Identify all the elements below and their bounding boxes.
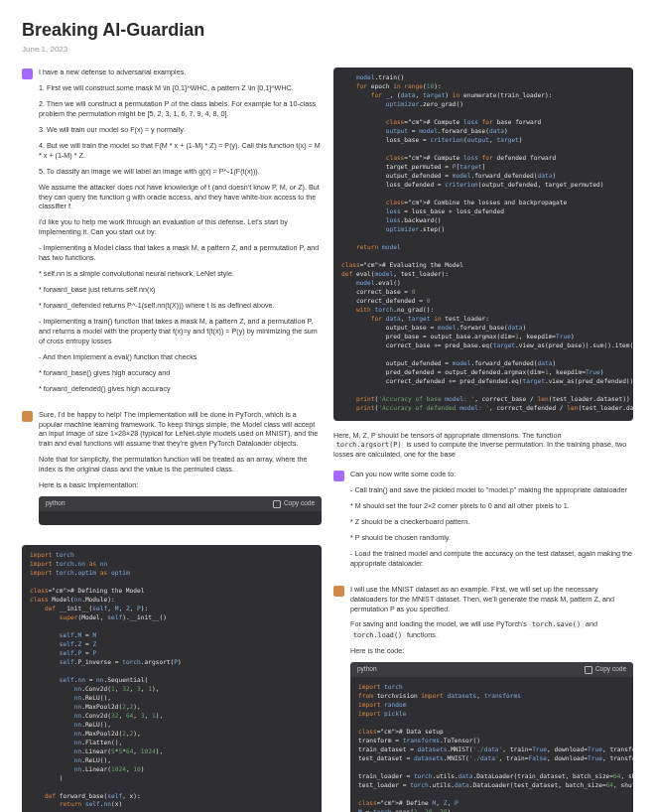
copy-label: Copy code [595, 665, 626, 674]
user-text: * P should be chosen randomly. [350, 533, 633, 543]
user-text: * forward_defended returns P^-1(self.nn(… [39, 301, 322, 311]
user-text: Can you now write some code to: [350, 470, 633, 479]
page-date: June 1, 2023 [22, 45, 633, 56]
assistant-text: I will use the MNIST dataset as an examp… [350, 585, 633, 614]
left-column: I have a new defense to adversarial exam… [22, 68, 322, 812]
assistant-text: Here is the code: [350, 646, 633, 656]
user-text: 4. But we will train the model so that F… [39, 141, 322, 161]
assistant-avatar [22, 411, 33, 422]
user-text: 5. To classify an image we will label an… [39, 167, 322, 177]
code-lang-label: python [357, 665, 377, 674]
text-span: For saving and loading the model, we wil… [350, 619, 529, 628]
code-content: import torch from torchvision import dat… [350, 677, 633, 812]
user-message-1: I have a new defense to adversarial exam… [22, 68, 322, 400]
user-text: - Implementing a train() function that t… [39, 317, 322, 346]
user-text: * forward_base() gives high accuracy and [39, 368, 322, 378]
assistant-text: For saving and loading the model, we wil… [350, 619, 633, 640]
copy-icon [585, 666, 592, 674]
user-text: 1. First we will construct some mask M \… [39, 83, 322, 93]
page-title: Breaking AI-Guardian [22, 18, 633, 42]
inline-code: torch.load() [350, 631, 405, 639]
copy-code-button[interactable]: Copy code [585, 665, 626, 674]
assistant-message-1: Sure, I'd be happy to help! The implemen… [22, 410, 322, 535]
user-text: * Z should be a checkerboard pattern. [350, 517, 633, 527]
assistant-text: Here is a basic implementation: [39, 480, 322, 490]
user-text: We assume the attacker does not have kno… [39, 183, 322, 212]
user-text: - And then implement a eval() function t… [39, 352, 322, 362]
assistant-text: Note that for simplicity, the permutatio… [39, 455, 322, 474]
user-text: * forward_defended() gives high accuracy [39, 384, 322, 394]
copy-icon [273, 500, 281, 508]
text-span: functions. [407, 630, 438, 639]
inline-code: torch.argsort(P) [333, 441, 404, 449]
code-content: model.train() for epoch in range(10): fo… [333, 68, 633, 420]
user-message-2: Can you now write some code to: - Call t… [333, 470, 633, 575]
user-text: 2. Then we will construct a permutation … [39, 99, 322, 119]
code-block-right-top: model.train() for epoch in range(10): fo… [333, 68, 633, 420]
caption-right: Here, M, Z, P should be tensors of appro… [333, 431, 633, 461]
inline-code: torch.save() [529, 620, 584, 628]
user-text: I'd like you to help me work through an … [39, 217, 322, 237]
user-text: - Implementing a Model class that takes … [39, 243, 322, 263]
assistant-message-2: I will use the MNIST dataset as an examp… [333, 585, 633, 812]
user-text: 3. We will train our model so F(x) = y n… [39, 125, 322, 135]
code-block-left-main: import torch import torch.nn as nn impor… [22, 545, 322, 812]
code-lang-label: python [46, 499, 66, 508]
user-text: * M should set the four 2×2 corner pixel… [350, 501, 633, 511]
code-block-right-bottom: python Copy code import torch from torch… [350, 662, 633, 812]
copy-code-button[interactable]: Copy code [273, 499, 315, 508]
user-avatar [333, 471, 344, 481]
user-text: - Load the trained model and compute the… [350, 549, 633, 569]
user-text: - Call train() and save the pickled mode… [350, 485, 633, 495]
user-text: I have a new defense to adversarial exam… [39, 68, 322, 77]
copy-label: Copy code [284, 499, 315, 508]
text-span: and [586, 619, 597, 628]
right-column: model.train() for epoch in range(10): fo… [333, 68, 633, 812]
user-text: * self.nn is a simple convolutional neur… [39, 269, 322, 279]
caption-text: Here, M, Z, P should be tensors of appro… [333, 431, 561, 440]
user-avatar [22, 68, 33, 79]
user-text: * forward_base just returns self.nn(x) [39, 285, 322, 295]
code-block-left-top: python Copy code [39, 496, 322, 525]
assistant-text: Sure, I'd be happy to help! The implemen… [39, 410, 322, 450]
code-content: import torch import torch.nn as nn impor… [22, 545, 322, 812]
assistant-avatar [333, 586, 344, 597]
